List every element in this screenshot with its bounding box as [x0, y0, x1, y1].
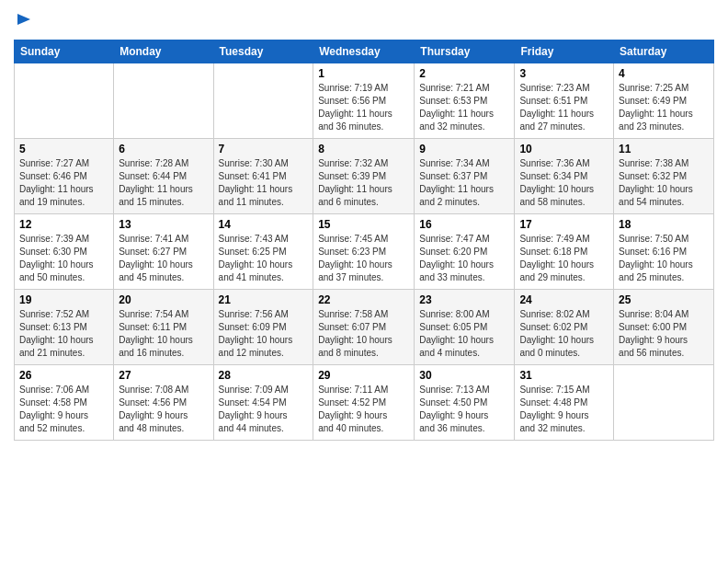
- weekday-monday: Monday: [114, 40, 213, 63]
- daylight-minutes: and 11 minutes.: [219, 196, 309, 209]
- day-info: Sunrise: 7:58 AMSunset: 6:07 PMDaylight:…: [318, 308, 409, 360]
- day-info: Sunrise: 7:54 AMSunset: 6:11 PMDaylight:…: [119, 308, 208, 360]
- daylight-hours: Daylight: 10 hours: [318, 334, 409, 347]
- daylight-minutes: and 40 minutes.: [318, 422, 409, 435]
- sunrise-info: Sunrise: 7:47 AM: [419, 233, 509, 246]
- day-info: Sunrise: 7:50 AMSunset: 6:16 PMDaylight:…: [619, 233, 709, 284]
- day-info: Sunrise: 7:36 AMSunset: 6:34 PMDaylight:…: [519, 157, 609, 209]
- day-cell-20: 20Sunrise: 7:54 AMSunset: 6:11 PMDayligh…: [114, 290, 213, 365]
- day-cell-23: 23Sunrise: 8:00 AMSunset: 6:05 PMDayligh…: [415, 290, 515, 365]
- sunset-info: Sunset: 6:51 PM: [519, 95, 609, 108]
- day-cell-10: 10Sunrise: 7:36 AMSunset: 6:34 PMDayligh…: [515, 139, 614, 214]
- sunset-info: Sunset: 6:05 PM: [419, 321, 509, 334]
- day-cell-7: 7Sunrise: 7:30 AMSunset: 6:41 PMDaylight…: [213, 139, 313, 214]
- day-info: Sunrise: 8:02 AMSunset: 6:02 PMDaylight:…: [519, 308, 609, 360]
- day-cell-27: 27Sunrise: 7:08 AMSunset: 4:56 PMDayligh…: [114, 365, 213, 441]
- sunrise-info: Sunrise: 7:52 AM: [19, 308, 108, 321]
- day-cell-9: 9Sunrise: 7:34 AMSunset: 6:37 PMDaylight…: [415, 139, 515, 214]
- day-info: Sunrise: 7:30 AMSunset: 6:41 PMDaylight:…: [219, 157, 309, 209]
- sunset-info: Sunset: 6:56 PM: [318, 95, 409, 108]
- sunset-info: Sunset: 6:09 PM: [219, 321, 309, 334]
- sunset-info: Sunset: 6:27 PM: [119, 246, 208, 259]
- daylight-minutes: and 44 minutes.: [219, 422, 309, 435]
- day-info: Sunrise: 8:00 AMSunset: 6:05 PMDaylight:…: [419, 308, 509, 360]
- day-info: Sunrise: 7:41 AMSunset: 6:27 PMDaylight:…: [119, 233, 208, 284]
- logo-text: [14, 14, 32, 32]
- day-cell-28: 28Sunrise: 7:09 AMSunset: 4:54 PMDayligh…: [213, 365, 313, 441]
- daylight-hours: Daylight: 10 hours: [19, 334, 108, 347]
- svg-marker-0: [17, 14, 30, 25]
- daylight-hours: Daylight: 10 hours: [519, 259, 609, 271]
- day-number: 23: [419, 293, 509, 306]
- sunset-info: Sunset: 4:56 PM: [119, 396, 208, 409]
- week-row-3: 12Sunrise: 7:39 AMSunset: 6:30 PMDayligh…: [15, 214, 714, 290]
- day-cell-2: 2Sunrise: 7:21 AMSunset: 6:53 PMDaylight…: [415, 63, 515, 139]
- sunrise-info: Sunrise: 7:41 AM: [119, 233, 208, 246]
- day-number: 26: [19, 369, 108, 382]
- day-number: 31: [519, 369, 609, 382]
- day-info: Sunrise: 8:04 AMSunset: 6:00 PMDaylight:…: [619, 308, 709, 360]
- day-cell-6: 6Sunrise: 7:28 AMSunset: 6:44 PMDaylight…: [114, 139, 213, 214]
- day-number: 1: [318, 67, 409, 80]
- day-cell-21: 21Sunrise: 7:56 AMSunset: 6:09 PMDayligh…: [213, 290, 313, 365]
- sunrise-info: Sunrise: 8:04 AM: [619, 308, 709, 321]
- day-cell-3: 3Sunrise: 7:23 AMSunset: 6:51 PMDaylight…: [515, 63, 614, 139]
- sunset-info: Sunset: 6:44 PM: [119, 170, 208, 183]
- day-info: Sunrise: 7:49 AMSunset: 6:18 PMDaylight:…: [519, 233, 609, 284]
- daylight-minutes: and 27 minutes.: [519, 121, 609, 133]
- daylight-minutes: and 52 minutes.: [19, 422, 108, 435]
- day-info: Sunrise: 7:28 AMSunset: 6:44 PMDaylight:…: [119, 157, 208, 209]
- day-number: 14: [219, 218, 309, 231]
- day-cell-1: 1Sunrise: 7:19 AMSunset: 6:56 PMDaylight…: [313, 63, 415, 139]
- week-row-2: 5Sunrise: 7:27 AMSunset: 6:46 PMDaylight…: [15, 139, 714, 214]
- day-number: 27: [119, 369, 208, 382]
- daylight-minutes: and 12 minutes.: [219, 347, 309, 360]
- day-number: 11: [619, 143, 709, 155]
- day-cell-29: 29Sunrise: 7:11 AMSunset: 4:52 PMDayligh…: [313, 365, 415, 441]
- day-info: Sunrise: 7:39 AMSunset: 6:30 PMDaylight:…: [19, 233, 108, 284]
- day-info: Sunrise: 7:32 AMSunset: 6:39 PMDaylight:…: [318, 157, 409, 209]
- day-number: 16: [419, 218, 509, 231]
- daylight-hours: Daylight: 11 hours: [318, 183, 409, 196]
- daylight-minutes: and 19 minutes.: [19, 196, 108, 209]
- daylight-minutes: and 2 minutes.: [419, 196, 509, 209]
- sunrise-info: Sunrise: 7:56 AM: [219, 308, 309, 321]
- sunset-info: Sunset: 6:30 PM: [19, 246, 108, 259]
- sunset-info: Sunset: 6:37 PM: [419, 170, 509, 183]
- daylight-hours: Daylight: 10 hours: [219, 259, 309, 271]
- sunset-info: Sunset: 6:23 PM: [318, 246, 409, 259]
- sunrise-info: Sunrise: 7:36 AM: [519, 157, 609, 170]
- day-cell-25: 25Sunrise: 8:04 AMSunset: 6:00 PMDayligh…: [614, 290, 714, 365]
- day-number: 28: [219, 369, 309, 382]
- day-info: Sunrise: 7:06 AMSunset: 4:58 PMDaylight:…: [19, 384, 108, 435]
- day-cell-19: 19Sunrise: 7:52 AMSunset: 6:13 PMDayligh…: [15, 290, 114, 365]
- daylight-hours: Daylight: 10 hours: [619, 259, 709, 271]
- daylight-hours: Daylight: 9 hours: [519, 409, 609, 422]
- day-info: Sunrise: 7:19 AMSunset: 6:56 PMDaylight:…: [318, 82, 409, 133]
- day-number: 6: [119, 143, 208, 155]
- sunrise-info: Sunrise: 7:06 AM: [19, 384, 108, 396]
- day-info: Sunrise: 7:43 AMSunset: 6:25 PMDaylight:…: [219, 233, 309, 284]
- day-number: 20: [119, 293, 208, 306]
- empty-cell: [15, 63, 114, 139]
- empty-cell: [614, 365, 714, 441]
- sunrise-info: Sunrise: 7:09 AM: [219, 384, 309, 396]
- daylight-hours: Daylight: 10 hours: [419, 334, 509, 347]
- daylight-minutes: and 25 minutes.: [619, 271, 709, 284]
- daylight-minutes: and 15 minutes.: [119, 196, 208, 209]
- day-number: 24: [519, 293, 609, 306]
- sunset-info: Sunset: 4:54 PM: [219, 396, 309, 409]
- day-number: 3: [519, 67, 609, 80]
- sunset-info: Sunset: 6:49 PM: [619, 95, 709, 108]
- daylight-minutes: and 56 minutes.: [619, 347, 709, 360]
- day-number: 17: [519, 218, 609, 231]
- logo: [14, 14, 32, 32]
- sunrise-info: Sunrise: 7:11 AM: [318, 384, 409, 396]
- day-cell-17: 17Sunrise: 7:49 AMSunset: 6:18 PMDayligh…: [515, 214, 614, 290]
- sunrise-info: Sunrise: 8:00 AM: [419, 308, 509, 321]
- daylight-hours: Daylight: 9 hours: [318, 409, 409, 422]
- daylight-minutes: and 32 minutes.: [519, 422, 609, 435]
- day-cell-5: 5Sunrise: 7:27 AMSunset: 6:46 PMDaylight…: [15, 139, 114, 214]
- day-number: 21: [219, 293, 309, 306]
- sunrise-info: Sunrise: 7:58 AM: [318, 308, 409, 321]
